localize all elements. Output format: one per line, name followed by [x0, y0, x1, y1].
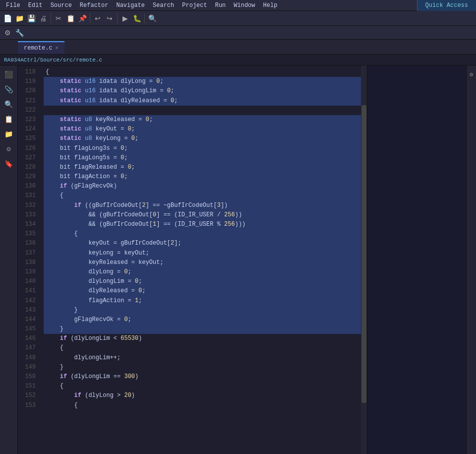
ln-130: 130 — [18, 182, 36, 191]
menu-window[interactable]: Window — [230, 1, 259, 10]
sidebar-icon-3[interactable]: 🔍 — [2, 97, 16, 111]
tb-debug[interactable]: 🐛 — [131, 13, 142, 24]
ln-142: 142 — [18, 296, 36, 306]
tb-build[interactable]: ▶ — [119, 13, 130, 24]
sidebar-icon-2[interactable]: 📎 — [2, 82, 16, 96]
main-area: ⬛ 📎 🔍 📋 📁 ⚙ 🔖 118 119 120 121 122 123 12… — [0, 65, 476, 454]
code-line-127: bit flagLong5s = 0; — [44, 153, 361, 163]
ln-122: 122 — [18, 106, 36, 115]
ln-150: 150 — [18, 372, 36, 382]
tb-open[interactable]: 📁 — [14, 13, 25, 24]
tb-copy[interactable]: 📋 — [65, 13, 76, 24]
menu-navigate[interactable]: Navigate — [112, 1, 149, 10]
tb-search[interactable]: 🔍 — [147, 13, 158, 24]
ln-132: 132 — [18, 201, 36, 210]
tabbar: remote.c × — [0, 40, 476, 55]
ln-134: 134 — [18, 220, 36, 229]
quick-access-button[interactable]: Quick Access — [417, 0, 476, 11]
menu-file[interactable]: File — [2, 1, 24, 10]
scrollbar[interactable] — [361, 65, 367, 454]
sidebar-icon-1[interactable]: ⬛ — [2, 67, 16, 81]
tb-redo[interactable]: ↪ — [104, 13, 115, 24]
code-line-128: bit flagReleased = 0; — [44, 163, 361, 172]
code-line-130: if (gFlagRecvOk) — [44, 182, 361, 191]
ln-123: 123 — [18, 115, 36, 125]
menu-edit[interactable]: Edit — [24, 1, 47, 10]
ln-137: 137 — [18, 249, 36, 258]
code-line-147: { — [44, 343, 361, 353]
code-line-142: flagAction = 1; — [44, 296, 361, 306]
code-line-133: && (gBufIrCodeOut[0] == (ID_IR_USER / 25… — [44, 210, 361, 220]
ln-140: 140 — [18, 277, 36, 286]
code-lines[interactable]: { static u16 idata dlyLong = 0; static u… — [40, 65, 361, 454]
tb-cut[interactable]: ✂ — [53, 13, 64, 24]
menu-run[interactable]: Run — [211, 1, 230, 10]
menu-help[interactable]: Help — [259, 1, 282, 10]
ln-149: 149 — [18, 363, 36, 372]
code-line-140: dlyLongLim = 0; — [44, 277, 361, 286]
ln-128: 128 — [18, 163, 36, 172]
right-sidebar: ⚙ — [466, 65, 476, 454]
toolbar-sep-1 — [51, 13, 51, 23]
ln-141: 141 — [18, 286, 36, 296]
line-numbers: 118 119 120 121 122 123 124 125 126 127 … — [18, 65, 40, 454]
scrollbar-thumb[interactable] — [361, 105, 366, 403]
minimap-panel — [367, 65, 466, 454]
code-line-123: static u8 keyReleased = 0; — [44, 115, 361, 125]
tab-label: remote.c — [24, 45, 53, 52]
ln-138: 138 — [18, 258, 36, 267]
code-line-151: { — [44, 382, 361, 391]
ln-152: 152 — [18, 391, 36, 400]
ln-129: 129 — [18, 172, 36, 182]
ln-147: 147 — [18, 343, 36, 353]
code-line-136: keyOut = gBufIrCodeOut[2]; — [44, 239, 361, 248]
code-line-153: { — [44, 401, 361, 410]
tb2-btn2[interactable]: 🔧 — [14, 27, 25, 38]
ln-131: 131 — [18, 191, 36, 200]
tb-print[interactable]: 🖨 — [38, 13, 49, 24]
toolbar-sep-4 — [144, 13, 145, 23]
sidebar-icon-7[interactable]: 🔖 — [2, 157, 16, 171]
tb2-btn1[interactable]: ⚙ — [2, 27, 13, 38]
toolbar-sep-2 — [90, 13, 90, 23]
tb-undo[interactable]: ↩ — [92, 13, 103, 24]
code-line-129: bit flagAction = 0; — [44, 172, 361, 182]
code-line-138: keyReleased = keyOut; — [44, 258, 361, 267]
ln-125: 125 — [18, 134, 36, 143]
settings-icon[interactable]: ⚙ — [465, 67, 476, 81]
menu-source[interactable]: Source — [47, 1, 76, 10]
tab-remote-c[interactable]: remote.c × — [18, 41, 64, 54]
tb-paste[interactable]: 📌 — [77, 13, 88, 24]
ln-120: 120 — [18, 86, 36, 96]
ln-139: 139 — [18, 267, 36, 277]
tb-new[interactable]: 📄 — [2, 13, 13, 24]
menu-search[interactable]: Search — [149, 1, 178, 10]
ln-148: 148 — [18, 353, 36, 363]
toolbar-sep-3 — [117, 13, 118, 23]
sidebar-icon-5[interactable]: 📁 — [2, 127, 16, 141]
ln-143: 143 — [18, 306, 36, 315]
ln-136: 136 — [18, 239, 36, 248]
code-line-139: dlyLong = 0; — [44, 267, 361, 277]
menu-project[interactable]: Project — [178, 1, 211, 10]
code-line-132: if ((gBufIrCodeOut[2] == ~gBufIrCodeOut[… — [44, 201, 361, 210]
code-line-148: dlyLongLim++; — [44, 353, 361, 363]
sidebar: ⬛ 📎 🔍 📋 📁 ⚙ 🔖 — [0, 65, 18, 454]
tab-close-button[interactable]: × — [56, 46, 59, 51]
menubar: File Edit Source Refactor Navigate Searc… — [0, 0, 476, 11]
code-line-124: static u8 keyOut = 0; — [44, 125, 361, 134]
ln-119: 119 — [18, 77, 36, 86]
code-line-135: { — [44, 229, 361, 239]
sidebar-icon-6[interactable]: ⚙ — [2, 142, 16, 156]
tb-save[interactable]: 💾 — [26, 13, 37, 24]
menu-refactor[interactable]: Refactor — [76, 1, 113, 10]
sidebar-icon-4[interactable]: 📋 — [2, 112, 16, 126]
breadcrumb-path: RA934ACtrl/Source/src/remote.c — [4, 57, 102, 63]
code-line-120: static u16 idata dlyLongLim = 0; — [44, 86, 361, 96]
code-editor[interactable]: 118 119 120 121 122 123 124 125 126 127 … — [18, 65, 361, 454]
ln-118: 118 — [18, 67, 36, 77]
ln-153: 153 — [18, 401, 36, 410]
ln-135: 135 — [18, 229, 36, 239]
ln-151: 151 — [18, 382, 36, 391]
breadcrumb: RA934ACtrl/Source/src/remote.c — [0, 55, 476, 65]
